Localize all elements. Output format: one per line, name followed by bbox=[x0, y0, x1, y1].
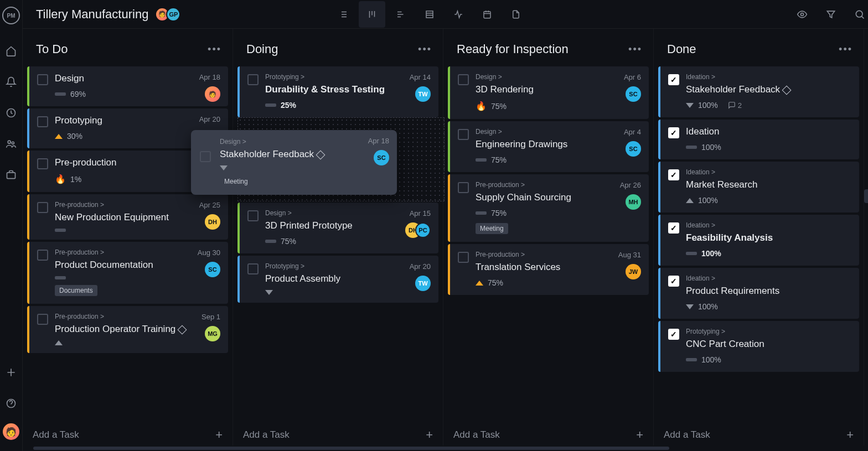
column-menu-icon[interactable]: ••• bbox=[839, 44, 852, 55]
card-checkbox[interactable] bbox=[247, 74, 259, 85]
assignee-avatar[interactable]: TW bbox=[415, 276, 431, 291]
list-view-icon[interactable] bbox=[330, 1, 356, 28]
card-checkbox[interactable] bbox=[458, 182, 469, 193]
column-title: Doing bbox=[246, 42, 278, 56]
card-checkbox[interactable] bbox=[247, 263, 259, 274]
eye-icon[interactable] bbox=[793, 1, 811, 28]
assignee-avatar[interactable]: MH bbox=[626, 194, 641, 210]
assignee-avatar[interactable]: SC bbox=[626, 86, 641, 102]
card-checkbox[interactable] bbox=[668, 74, 679, 85]
card-title: Stakeholder Feedback bbox=[220, 149, 388, 160]
assignee-avatar[interactable]: MG bbox=[205, 326, 220, 341]
card-checkbox[interactable] bbox=[37, 314, 48, 325]
task-card[interactable]: Prototyping > Product Assembly Apr 20TW bbox=[237, 256, 438, 303]
assignee-avatar[interactable]: JW bbox=[626, 264, 641, 279]
column-menu-icon[interactable]: ••• bbox=[208, 44, 221, 55]
activity-view-icon[interactable] bbox=[445, 1, 472, 28]
card-checkbox[interactable] bbox=[37, 202, 48, 213]
card-tag: Meeting bbox=[476, 223, 508, 234]
card-checkbox[interactable] bbox=[668, 127, 679, 138]
card-checkbox[interactable] bbox=[37, 74, 48, 85]
card-checkbox[interactable] bbox=[458, 74, 469, 85]
card-title: 3D Rendering bbox=[476, 84, 641, 95]
member-chip[interactable]: GP bbox=[166, 7, 180, 22]
gantt-view-icon[interactable] bbox=[388, 1, 414, 28]
member-chips[interactable]: 🧑 GP bbox=[158, 7, 180, 22]
task-card[interactable]: Pre-production > New Production Equipmen… bbox=[27, 194, 228, 240]
card-title: Product Documentation bbox=[55, 260, 220, 271]
assignee-avatar[interactable]: 🧑 bbox=[205, 86, 220, 102]
card-checkbox[interactable] bbox=[200, 151, 211, 162]
sheet-view-icon[interactable] bbox=[416, 1, 443, 28]
card-date: Apr 4 bbox=[624, 128, 641, 136]
task-card[interactable]: Prototyping > Durability & Stress Testin… bbox=[237, 66, 438, 117]
card-checkbox[interactable] bbox=[37, 116, 48, 127]
task-card[interactable]: Ideation > Stakeholder Feedback 100% 2 bbox=[658, 66, 859, 117]
card-checkbox[interactable] bbox=[668, 276, 679, 287]
assignee-avatar[interactable]: PC bbox=[415, 222, 431, 238]
bell-icon[interactable] bbox=[0, 71, 22, 93]
card-checkbox[interactable] bbox=[458, 252, 469, 263]
comment-icon[interactable]: 2 bbox=[728, 101, 742, 110]
assignee-avatar[interactable]: SC bbox=[205, 262, 220, 277]
task-card[interactable]: Design 69% Apr 18🧑 bbox=[27, 66, 228, 106]
card-checkbox[interactable] bbox=[37, 158, 48, 169]
briefcase-icon[interactable] bbox=[0, 164, 22, 186]
task-card[interactable]: Ideation > Feasibility Analysis 100% bbox=[658, 215, 859, 266]
dragging-card[interactable]: Design > Stakeholder Feedback Meeting Ap… bbox=[191, 130, 397, 195]
card-percent: 30% bbox=[67, 132, 82, 141]
card-parent: Ideation > bbox=[686, 221, 851, 229]
task-card[interactable]: Prototyping > CNC Part Creation 100% bbox=[658, 321, 859, 372]
task-card[interactable]: Pre-production > Supply Chain Sourcing 7… bbox=[448, 174, 649, 242]
horizontal-scrollbar[interactable] bbox=[31, 445, 868, 451]
card-parent: Design > bbox=[265, 209, 431, 217]
card-date: Apr 18 bbox=[199, 73, 220, 81]
home-icon[interactable] bbox=[0, 40, 22, 62]
card-parent: Pre-production > bbox=[55, 248, 220, 256]
task-card[interactable]: Pre-production > Translation Services 75… bbox=[448, 244, 649, 295]
priority-bar-icon bbox=[476, 158, 487, 162]
column-title: Ready for Inspection bbox=[457, 42, 569, 56]
task-card[interactable]: Ideation > Product Requirements 100% bbox=[658, 268, 859, 319]
card-checkbox[interactable] bbox=[37, 250, 48, 261]
task-card[interactable]: Pre-production > Production Operator Tra… bbox=[27, 306, 228, 353]
edge-column-tab[interactable]: To bbox=[864, 189, 868, 203]
task-card[interactable]: Pre-production > Product Documentation D… bbox=[27, 242, 228, 304]
assignee-avatar[interactable]: SC bbox=[626, 141, 641, 157]
task-card[interactable]: Ideation > Market Research 100% bbox=[658, 162, 859, 212]
task-card[interactable]: Ideation 100% bbox=[658, 120, 859, 159]
user-avatar[interactable]: 🧑 bbox=[3, 423, 19, 440]
help-icon[interactable] bbox=[0, 392, 22, 414]
card-checkbox[interactable] bbox=[668, 169, 679, 180]
people-icon[interactable] bbox=[0, 133, 22, 155]
board-view-icon[interactable] bbox=[359, 1, 385, 28]
column-menu-icon[interactable]: ••• bbox=[418, 44, 432, 55]
task-card[interactable]: Design > Engineering Drawings 75% Apr 4S… bbox=[448, 121, 649, 172]
clock-icon[interactable] bbox=[0, 102, 22, 124]
priority-bar-icon bbox=[686, 146, 697, 149]
card-parent: Ideation > bbox=[686, 168, 851, 176]
calendar-view-icon[interactable] bbox=[474, 1, 500, 28]
card-checkbox[interactable] bbox=[668, 222, 679, 234]
task-card[interactable]: Design > 3D Rendering 🔥75% Apr 6SC bbox=[448, 66, 649, 119]
kanban-board: To Do ••• Design 69% Apr 18🧑 Prototyping… bbox=[23, 29, 868, 451]
card-parent: Prototyping > bbox=[265, 73, 431, 81]
priority-up-icon bbox=[686, 198, 694, 203]
card-checkbox[interactable] bbox=[247, 210, 259, 221]
filter-icon[interactable] bbox=[822, 1, 840, 28]
card-checkbox[interactable] bbox=[458, 129, 469, 140]
card-parent: Design > bbox=[476, 73, 641, 81]
card-date: Aug 31 bbox=[618, 251, 641, 259]
column-menu-icon[interactable]: ••• bbox=[628, 44, 642, 55]
card-checkbox[interactable] bbox=[668, 329, 679, 340]
plus-icon[interactable] bbox=[0, 361, 22, 383]
card-parent: Ideation > bbox=[686, 73, 851, 81]
app-logo[interactable]: PM bbox=[2, 7, 20, 24]
assignee-avatar[interactable]: TW bbox=[415, 86, 431, 102]
assignee-avatar[interactable]: DH bbox=[205, 214, 220, 230]
search-icon[interactable] bbox=[851, 1, 868, 28]
task-card[interactable]: Design > 3D Printed Prototype 75% Apr 15… bbox=[237, 203, 438, 253]
files-view-icon[interactable] bbox=[503, 1, 529, 28]
assignee-avatar[interactable]: SC bbox=[374, 150, 389, 165]
card-parent: Pre-production > bbox=[55, 313, 220, 320]
